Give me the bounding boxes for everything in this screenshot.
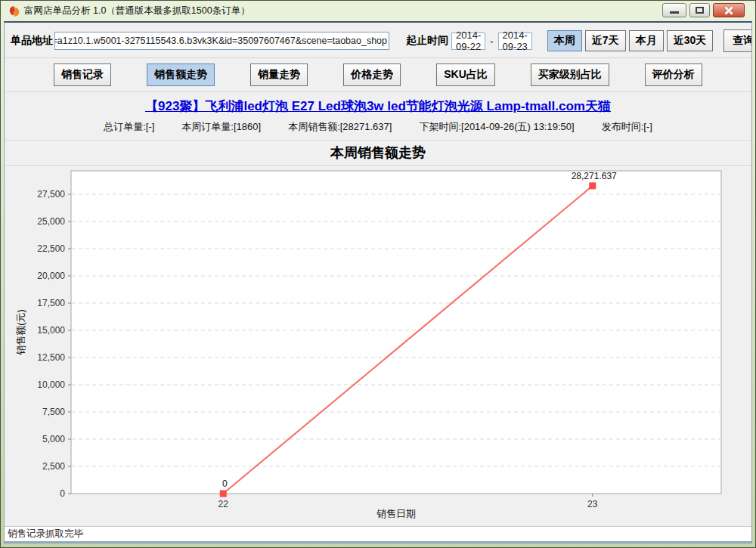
tab-button-5[interactable]: 买家级别占比 bbox=[531, 63, 609, 86]
date-from-value: 2014-09-22 bbox=[456, 29, 481, 52]
date-to-input[interactable]: 2014-09-23 bbox=[498, 33, 532, 50]
title-bar: 富网店单品分析 1.0（普通版本最多抓取1500条订单） bbox=[4, 1, 752, 21]
url-value: m=a1z10.1.w5001-3275115543.6.b3vk3K&id=3… bbox=[54, 36, 387, 46]
tab-button-6[interactable]: 评价分析 bbox=[645, 63, 702, 86]
sales-trend-chart: 02,5005,0007,50010,00012,50015,00017,500… bbox=[5, 166, 751, 523]
product-link-row: 【923聚】飞利浦led灯泡 E27 Led球泡3w led节能灯泡光源 Lam… bbox=[5, 92, 751, 117]
range-button-2[interactable]: 本月 bbox=[629, 30, 664, 51]
close-icon[interactable] bbox=[713, 3, 745, 17]
tab-button-0[interactable]: 销售记录 bbox=[54, 63, 111, 86]
stat-item-4: 发布时间:[-] bbox=[602, 120, 652, 134]
y-tick-label: 27,500 bbox=[37, 189, 65, 200]
data-marker bbox=[589, 182, 596, 189]
product-link[interactable]: 【923聚】飞利浦led灯泡 E27 Led球泡3w led节能灯泡光源 Lam… bbox=[145, 99, 611, 113]
y-tick-label: 7,500 bbox=[42, 407, 65, 417]
data-point-label: 28,271.637 bbox=[572, 171, 617, 181]
query-toolbar: 单品地址 m=a1z10.1.w5001-3275115543.6.b3vk3K… bbox=[5, 23, 751, 58]
tab-button-4[interactable]: SKU占比 bbox=[436, 63, 495, 86]
y-tick-label: 0 bbox=[60, 488, 65, 499]
minimize-glyph bbox=[670, 11, 679, 14]
plot-background bbox=[71, 171, 721, 494]
y-tick-label: 20,000 bbox=[37, 271, 65, 281]
query-button[interactable]: 查询 bbox=[723, 29, 752, 52]
y-tick-label: 25,000 bbox=[37, 216, 65, 227]
app-icon bbox=[8, 5, 20, 17]
status-bar: 销售记录抓取完毕 bbox=[5, 526, 751, 543]
range-button-1[interactable]: 近7天 bbox=[585, 30, 626, 51]
maximize-icon[interactable] bbox=[689, 3, 710, 17]
stat-item-0: 总订单量:[-] bbox=[104, 120, 154, 134]
maximize-glyph bbox=[696, 7, 704, 14]
stat-item-3: 下架时间:[2014-09-26(五) 13:19:50] bbox=[419, 120, 574, 134]
x-tick-label: 23 bbox=[587, 499, 598, 509]
stats-row: 总订单量:[-]本周订单量:[1860]本周销售额:[28271.637]下架时… bbox=[5, 117, 751, 141]
date-to-value: 2014-09-23 bbox=[503, 29, 528, 52]
minimize-icon[interactable] bbox=[662, 3, 686, 17]
tab-button-1[interactable]: 销售额走势 bbox=[147, 63, 215, 86]
client-area: 单品地址 m=a1z10.1.w5001-3275115543.6.b3vk3K… bbox=[4, 21, 752, 543]
window-title: 富网店单品分析 1.0（普通版本最多抓取1500条订单） bbox=[24, 5, 250, 17]
y-tick-label: 12,500 bbox=[37, 352, 65, 363]
chart-panel: 本周销售额走势 02,5005,0007,50010,00012,50015,0… bbox=[5, 141, 751, 526]
url-label: 单品地址 bbox=[11, 34, 53, 48]
y-axis-label: 销售额(元) bbox=[15, 309, 26, 355]
x-tick-label: 22 bbox=[218, 499, 229, 509]
view-tabs: 销售记录销售额走势销量走势价格走势SKU占比买家级别占比评价分析 bbox=[5, 58, 751, 92]
y-tick-label: 22,500 bbox=[37, 243, 65, 254]
range-button-group: 本周近7天本月近30天 bbox=[547, 30, 713, 51]
chart-area: 02,5005,0007,50010,00012,50015,00017,500… bbox=[5, 166, 751, 526]
tab-button-2[interactable]: 销量走势 bbox=[250, 63, 308, 86]
stat-item-2: 本周销售额:[28271.637] bbox=[288, 120, 392, 134]
data-point-label: 0 bbox=[222, 478, 228, 489]
url-input[interactable]: m=a1z10.1.w5001-3275115543.6.b3vk3K&id=3… bbox=[54, 32, 389, 50]
y-tick-label: 2,500 bbox=[42, 461, 65, 472]
status-text: 销售记录抓取完毕 bbox=[8, 528, 83, 540]
range-button-3[interactable]: 近30天 bbox=[667, 30, 714, 51]
x-axis-label: 销售日期 bbox=[376, 508, 416, 519]
date-separator: - bbox=[490, 36, 493, 47]
app-window: 富网店单品分析 1.0（普通版本最多抓取1500条订单） 单品地址 m=a1z1… bbox=[0, 0, 756, 548]
range-button-0[interactable]: 本周 bbox=[547, 30, 582, 51]
y-tick-label: 10,000 bbox=[37, 379, 65, 390]
date-range-label: 起止时间 bbox=[406, 34, 448, 48]
y-tick-label: 17,500 bbox=[37, 298, 65, 308]
caption-buttons bbox=[662, 3, 745, 17]
tab-button-3[interactable]: 价格走势 bbox=[343, 63, 401, 86]
date-from-input[interactable]: 2014-09-22 bbox=[451, 33, 485, 50]
data-marker bbox=[220, 491, 227, 497]
chart-title: 本周销售额走势 bbox=[5, 141, 751, 166]
y-tick-label: 15,000 bbox=[37, 325, 65, 336]
y-tick-label: 5,000 bbox=[42, 434, 65, 444]
stat-item-1: 本周订单量:[1860] bbox=[181, 120, 261, 134]
